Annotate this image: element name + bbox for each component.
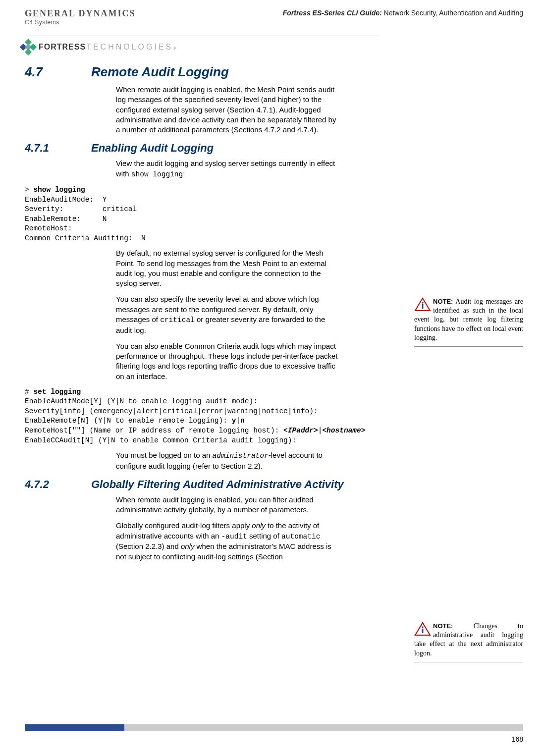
svg-rect-1 [422,304,424,309]
note-label: NOTE: [433,622,453,630]
gd-logo: GENERAL DYNAMICS C4 Systems [25,9,136,26]
heading-4-7-1: 4.7.1 Enabling Audit Logging [25,142,523,155]
warning-info-icon [414,622,431,637]
gd-logo-main: GENERAL DYNAMICS [25,9,136,18]
gd-logo-sub: C4 Systems [25,19,136,26]
svg-rect-3 [422,629,424,633]
header-title-bold: Fortress ES-Series CLI Guide: [283,9,382,17]
paragraph: You can also specify the severity level … [116,294,339,335]
fortress-text: FORTRESSTECHNOLOGIES® [39,43,176,52]
heading-title: Enabling Audit Logging [91,142,523,155]
paragraph: You must be logged on to an administrato… [116,450,339,471]
footer-bar [25,724,523,731]
note-label: NOTE: [433,298,453,305]
paragraph: When remote audit logging is enabled, th… [116,85,339,135]
code-show-logging: > show logging EnableAuditMode: Y Severi… [25,185,523,243]
paragraph: Globally configured audit-log filters ap… [116,521,339,561]
page-number: 168 [512,735,523,743]
registered-mark: ® [173,46,176,51]
svg-point-2 [422,626,424,628]
fortress-diamond-icon [21,40,36,54]
fortress-light: TECHNOLOGIES [86,43,173,52]
paragraph: By default, no external syslog server is… [116,248,339,288]
fortress-logo: FORTRESSTECHNOLOGIES® [21,40,176,54]
header-title: Fortress ES-Series CLI Guide: Network Se… [283,9,523,17]
body-4-7-2: When remote audit logging is enabled, yo… [116,495,339,562]
page-content: 4.7 Remote Audit Logging When remote aud… [25,64,523,568]
body-4-7-1c: You must be logged on to an administrato… [116,450,339,471]
heading-4-7-2: 4.7.2 Globally Filtering Audited Adminis… [25,478,523,491]
code-set-logging: # set logging EnableAuditMode[Y] (Y|N to… [25,387,523,445]
body-4-7-1b: By default, no external syslog server is… [116,248,339,381]
header-divider [25,36,380,36]
paragraph: When remote audit logging is enabled, yo… [116,495,339,515]
warning-info-icon [414,297,431,312]
page-header: GENERAL DYNAMICS C4 Systems Fortress ES-… [25,9,523,26]
body-4-7: When remote audit logging is enabled, th… [116,85,339,135]
svg-point-0 [422,302,424,304]
sidenote-changes: NOTE: Changes to administrative audit lo… [414,622,523,662]
paragraph: View the audit logging and syslog server… [116,159,339,179]
paragraph: You can also enable Common Criteria audi… [116,341,339,381]
heading-4-7: 4.7 Remote Audit Logging [25,64,523,80]
fortress-bold: FORTRESS [39,43,86,52]
heading-title: Globally Filtering Audited Administrativ… [91,478,523,491]
heading-title: Remote Audit Logging [91,64,229,80]
sidenote-audit-log: NOTE: Audit log messages are identified … [414,297,523,347]
heading-num: 4.7.2 [25,478,91,491]
body-4-7-1a: View the audit logging and syslog server… [116,159,339,179]
header-title-rest: Network Security, Authentication and Aud… [382,9,523,17]
heading-num: 4.7 [25,64,91,80]
heading-num: 4.7.1 [25,142,91,155]
